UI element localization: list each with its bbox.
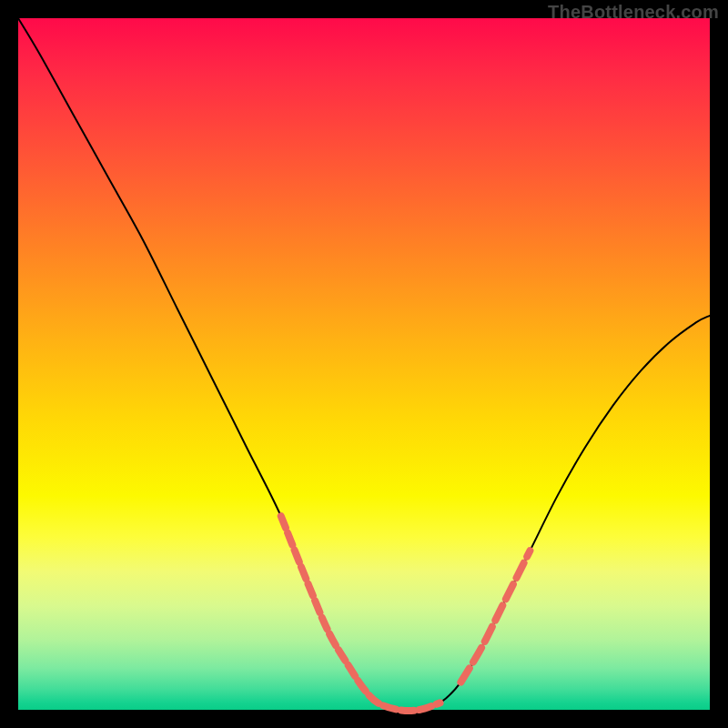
chart-stage: TheBottleneck.com [0, 0, 728, 728]
plot-area [18, 18, 710, 710]
bottleneck-curve [18, 18, 710, 711]
dash-segment-left [281, 516, 440, 711]
dash-segment-right [460, 551, 530, 682]
chart-svg [18, 18, 710, 710]
